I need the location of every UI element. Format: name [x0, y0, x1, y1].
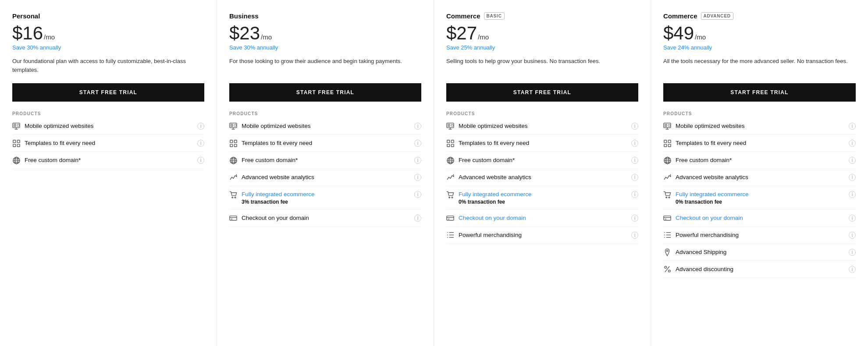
- feature-left: Free custom domain*: [229, 156, 298, 164]
- info-icon[interactable]: i: [849, 266, 856, 273]
- plan-card-commerce-basic: CommerceBASIC $27 /mo Save 25% annuallyS…: [434, 0, 651, 346]
- info-icon[interactable]: i: [414, 215, 421, 222]
- info-icon[interactable]: i: [849, 140, 856, 147]
- info-icon[interactable]: i: [631, 157, 638, 164]
- info-icon[interactable]: i: [197, 157, 204, 164]
- info-icon[interactable]: i: [197, 140, 204, 147]
- plan-description: Selling tools to help grow your business…: [446, 57, 638, 75]
- feature-left: Free custom domain*: [446, 156, 515, 164]
- save-text: Save 30% annually: [12, 44, 204, 51]
- feature-label: Checkout on your domain: [242, 215, 309, 221]
- info-icon[interactable]: i: [849, 191, 856, 198]
- grid-icon: [446, 139, 454, 147]
- cart-icon: [663, 191, 671, 198]
- feature-label: Mobile optimized websites: [459, 123, 528, 129]
- start-trial-button[interactable]: START FREE TRIAL: [12, 83, 204, 102]
- feature-label: Advanced Shipping: [676, 249, 726, 255]
- info-icon[interactable]: i: [849, 232, 856, 239]
- feature-text-wrap: Advanced website analytics: [459, 173, 531, 181]
- info-icon[interactable]: i: [414, 140, 421, 147]
- info-icon[interactable]: i: [849, 157, 856, 164]
- info-icon[interactable]: i: [414, 123, 421, 130]
- svg-point-55: [449, 197, 450, 198]
- start-trial-button[interactable]: START FREE TRIAL: [229, 83, 421, 102]
- monitor-icon: [663, 122, 671, 130]
- svg-rect-35: [230, 216, 237, 220]
- feature-link[interactable]: Fully integrated ecommerce: [242, 191, 315, 198]
- feature-list: Mobile optimized websitesi Templates to …: [446, 118, 638, 244]
- feature-label: Checkout on your domain: [676, 215, 743, 221]
- pin-icon: [663, 248, 671, 256]
- svg-rect-47: [447, 144, 449, 147]
- section-label: PRODUCTS: [446, 111, 638, 116]
- svg-point-56: [452, 197, 453, 198]
- info-icon[interactable]: i: [849, 215, 856, 222]
- globe-icon: [229, 156, 237, 164]
- feature-subtext: 0% transaction fee: [676, 199, 749, 205]
- feature-left: Advanced website analytics: [446, 173, 531, 181]
- info-icon[interactable]: i: [197, 123, 204, 130]
- info-icon[interactable]: i: [849, 249, 856, 256]
- svg-rect-46: [451, 140, 454, 142]
- feature-text-wrap: Checkout on your domain: [459, 214, 526, 222]
- info-icon[interactable]: i: [631, 140, 638, 147]
- info-icon[interactable]: i: [849, 123, 856, 130]
- feature-link[interactable]: Checkout on your domain: [676, 215, 743, 221]
- info-icon[interactable]: i: [631, 174, 638, 181]
- svg-point-94: [666, 250, 668, 251]
- svg-rect-69: [669, 124, 670, 127]
- feature-subtext: 3% transaction fee: [242, 199, 315, 205]
- svg-line-95: [665, 266, 669, 272]
- feature-text-wrap: Templates to fit every need: [242, 139, 312, 147]
- feature-left: Free custom domain*: [12, 156, 81, 164]
- feature-item: Advanced website analyticsi: [446, 169, 638, 186]
- feature-item: Fully integrated ecommerce0% transaction…: [663, 186, 856, 210]
- feature-subtext: 0% transaction fee: [459, 199, 532, 205]
- feature-left: Advanced Shipping: [663, 248, 726, 256]
- info-icon[interactable]: i: [631, 191, 638, 198]
- feature-link[interactable]: Fully integrated ecommerce: [676, 191, 749, 198]
- plan-header: Personal: [12, 12, 204, 20]
- info-icon[interactable]: i: [631, 123, 638, 130]
- info-icon[interactable]: i: [849, 174, 856, 181]
- svg-point-33: [232, 197, 233, 198]
- plan-header: CommerceADVANCED: [663, 12, 856, 20]
- svg-point-97: [668, 270, 670, 272]
- svg-rect-23: [230, 140, 232, 142]
- feature-item: Advanced discountingi: [663, 261, 856, 278]
- info-icon[interactable]: i: [631, 215, 638, 222]
- section-label: PRODUCTS: [12, 111, 204, 116]
- analytics-icon: [446, 173, 454, 181]
- svg-rect-26: [234, 144, 237, 147]
- info-icon[interactable]: i: [631, 232, 638, 239]
- price-row: $49 /mo: [663, 24, 856, 42]
- feature-item: Powerful merchandisingi: [663, 227, 856, 244]
- monitor-icon: [12, 122, 20, 130]
- info-icon[interactable]: i: [414, 191, 421, 198]
- feature-link[interactable]: Checkout on your domain: [459, 215, 526, 221]
- feature-label: Fully integrated ecommerce: [242, 191, 315, 198]
- plan-name: Personal: [12, 12, 40, 20]
- globe-icon: [446, 156, 454, 164]
- grid-icon: [663, 139, 671, 147]
- plan-card-personal: Personal $16 /mo Save 30% annuallyOur fo…: [0, 0, 217, 346]
- feature-text-wrap: Mobile optimized websites: [242, 122, 311, 130]
- start-trial-button[interactable]: START FREE TRIAL: [663, 83, 856, 102]
- feature-text-wrap: Advanced discounting: [676, 265, 733, 273]
- svg-rect-9: [13, 144, 15, 147]
- feature-text-wrap: Checkout on your domain: [676, 214, 743, 222]
- feature-text-wrap: Mobile optimized websites: [459, 122, 528, 130]
- feature-left: Mobile optimized websites: [229, 122, 311, 130]
- feature-item: Templates to fit every needi: [446, 135, 638, 152]
- feature-item: Fully integrated ecommerce3% transaction…: [229, 186, 421, 210]
- section-label: PRODUCTS: [229, 111, 421, 116]
- feature-text-wrap: Advanced website analytics: [242, 173, 314, 181]
- feature-item: Powerful merchandisingi: [446, 227, 638, 244]
- info-icon[interactable]: i: [414, 174, 421, 181]
- info-icon[interactable]: i: [414, 157, 421, 164]
- feature-left: Checkout on your domain: [446, 214, 526, 222]
- feature-link[interactable]: Fully integrated ecommerce: [459, 191, 532, 198]
- svg-point-34: [235, 197, 236, 198]
- start-trial-button[interactable]: START FREE TRIAL: [446, 83, 638, 102]
- price-period: /mo: [261, 33, 272, 41]
